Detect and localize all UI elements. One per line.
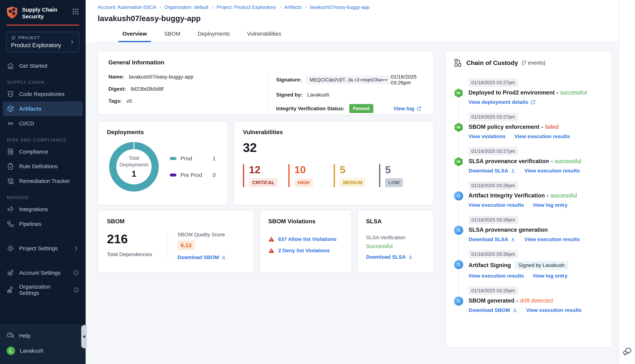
slsa-card: SLSA SLSA Verification Successful Downlo… [358,210,434,273]
org-gear-icon [7,286,14,294]
user-menu[interactable]: L Lavakush [3,343,83,358]
view-execution-results-link[interactable]: View execution results [526,307,581,313]
sidebar-item-pipelines[interactable]: Pipelines [3,217,83,231]
sidebar-item-project-settings[interactable]: Project Settings [3,241,83,256]
sidebar-item-label: Code Repositories [19,91,65,97]
scan-step-icon [454,191,463,200]
card-title: General Information [108,59,423,66]
breadcrumb: Account: Automation-SSCA› Organization: … [98,4,619,10]
dash: - [541,124,543,130]
allow-list-violations-link[interactable]: 637 Allow list Violations [278,236,336,242]
sidebar-item-label: Get Started [19,63,47,69]
view-log-entry-link[interactable]: View log entry [533,273,567,279]
event-title: SBOM generated [469,298,514,304]
view-execution-results-link[interactable]: View execution results [524,168,580,174]
download-icon [408,254,413,260]
event-title: Artifact Signing [469,262,511,268]
tab-deployments[interactable]: Deployments [194,28,234,42]
chain-of-custody-timeline: 01/16/2025 03:27pm Deployed to Prod2 env… [454,78,603,313]
view-deployment-details-link[interactable]: View deployment details [469,99,536,105]
breadcrumb-account[interactable]: Account: Automation-SSCA [98,4,156,10]
tab-overview[interactable]: Overview [118,28,151,42]
collapse-arrow-icon [83,335,85,338]
feedback-chat-icon[interactable] [622,346,632,356]
deployments-legend: Prod 1 Pre Prod 0 [170,156,216,178]
event-sbom-generated: 01/16/2025 03:25pm SBOM generated - drif… [454,286,603,313]
digest-label: Digest: [108,86,126,92]
event-status: successful [550,192,577,199]
avatar: L [7,346,15,355]
sbom-violations-card: SBOM Violations 637 Allow list Violation… [260,210,352,273]
sidebar-item-artifacts[interactable]: Artifacts [3,102,83,116]
app-logo: Supply Chain Security [0,0,86,20]
sidebar-item-label: Artifacts [19,106,42,112]
sidebar-item-get-started[interactable]: Get Started [3,58,83,73]
preprod-value: 0 [213,172,216,178]
breadcrumb-project[interactable]: Project: Product Exploratory [217,4,276,10]
signature-label: Signature: [276,77,302,83]
tab-sbom[interactable]: SBOM [160,28,184,42]
view-log-link[interactable]: View log [393,106,423,112]
download-icon [221,255,226,260]
tab-vulnerabilities[interactable]: Vulnerabilities [243,28,285,42]
external-link-icon [416,106,421,111]
severity-high: 10 HIGH [288,164,334,187]
event-timestamp: 01/16/2025 03:27pm [469,147,518,156]
sidebar-item-help[interactable]: Help [3,328,83,343]
sidebar-item-cicd[interactable]: CI/CD [3,116,83,131]
event-timestamp: 01/16/2025 03:26pm [469,216,518,224]
view-violations-link[interactable]: View violations [469,134,506,140]
general-information-card: General Information Name:lavakush07/easy… [98,51,434,115]
user-name: Lavakush [20,348,43,354]
code-repo-icon [7,90,14,98]
module-grid-icon[interactable] [72,8,79,16]
severity-badge: HIGH [294,178,313,187]
breadcrumb-artifacts[interactable]: Artifacts [284,4,302,10]
event-deployed-prod2: 01/16/2025 03:27pm Deployed to Prod2 env… [454,78,603,105]
tags-value: v5 [127,98,132,104]
sidebar-item-integrations[interactable]: Integrations [3,202,83,217]
sidebar-collapse-handle[interactable] [81,325,87,348]
sidebar-item-code-repositories[interactable]: Code Repositories [3,87,83,102]
view-execution-results-link[interactable]: View execution results [469,273,524,279]
view-log-entry-link[interactable]: View log entry [533,202,567,208]
download-sbom-link[interactable]: Download SBOM [469,307,517,313]
project-selector[interactable]: PROJECT Product Exploratory [6,32,79,52]
project-name: Product Exploratory [11,42,69,48]
section-header-risk-compliance: RISK AND COMPLIANCE [7,138,83,142]
warning-triangle-icon [268,248,275,254]
breadcrumb-artifact-name[interactable]: lavakush07/easy-buggy-app [310,4,369,10]
sidebar-item-organization-settings[interactable]: Organization Settings [3,280,83,300]
event-slsa-provenance-generation: 01/16/2025 03:26pm SLSA provenance gener… [454,216,603,242]
sidebar-item-label: Pipelines [19,221,42,227]
download-sbom-link[interactable]: Download SBOM [177,254,226,260]
section-header-supply-chain: SUPPLY CHAIN [7,80,83,85]
event-timestamp: 01/16/2025 03:27pm [469,113,518,121]
sidebar-item-account-settings[interactable]: Account Settings [3,266,83,280]
section-header-manage: MANAGE [7,195,83,200]
sidebar-item-remediation-tracker[interactable]: Remediation Tracker [3,174,83,188]
download-slsa-link[interactable]: Download SLSA [469,168,516,174]
info-icon[interactable] [74,287,79,293]
view-execution-results-link[interactable]: View execution results [514,134,570,140]
scan-step-icon [454,260,463,269]
sidebar-item-label: CI/CD [19,120,34,126]
artifact-name-value: lavakush07/easy-buggy-app [129,74,193,80]
sidebar-item-rule-definitions[interactable]: Rule Definitions [3,159,83,174]
download-slsa-link[interactable]: Download SLSA [469,236,516,242]
tags-label: Tags: [108,98,122,104]
signature-value: MEQCICde2VjIT...bL+2+mqnOXw== [306,76,391,84]
deny-list-violations-link[interactable]: 2 Deny list Violations [278,248,330,254]
quality-score-badge: 6.13 [177,240,195,250]
view-execution-results-link[interactable]: View execution results [524,236,580,242]
card-title: SBOM [107,218,245,225]
download-slsa-link[interactable]: Download SLSA [366,254,413,260]
event-slsa-provenance-verification: 01/16/2025 03:27pm SLSA provenance verif… [454,147,603,174]
card-title: Deployments [107,129,216,136]
view-execution-results-link[interactable]: View execution results [469,202,524,208]
sidebar-item-compliance[interactable]: Compliance [3,144,83,159]
breadcrumb-organization[interactable]: Organization: default [164,4,208,10]
dash: - [557,89,558,96]
info-icon[interactable] [73,270,79,276]
deployments-card: Deployments TotalDeployments 1 Prod [98,121,228,206]
